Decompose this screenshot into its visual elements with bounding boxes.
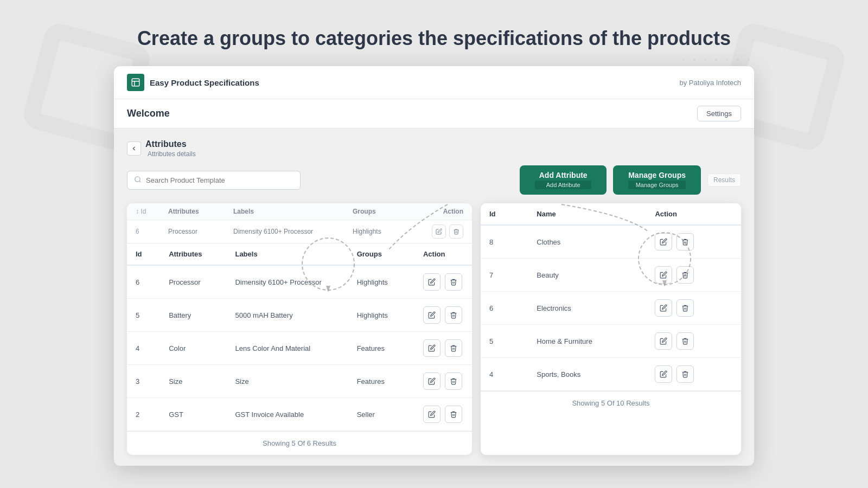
table-row: 8 Clothes [481, 225, 741, 259]
app-window: Easy Product Specifications by Patoliya … [114, 66, 754, 466]
manage-groups-button[interactable]: Manage Groups Manage Groups [613, 165, 701, 195]
cell-groups: Seller [348, 398, 414, 431]
svg-line-46 [139, 181, 141, 182]
col-header-groups: Groups [348, 243, 414, 265]
delete-button[interactable] [676, 233, 694, 251]
table-row: 4 Color Lens Color And Material Features [127, 332, 472, 365]
panels-row: ↕ Id Attributes Labels Groups Action 6 P… [127, 203, 741, 455]
cell-id: 3 [127, 365, 160, 398]
delete-button[interactable] [676, 299, 694, 317]
app-header: Easy Product Specifications by Patoliya … [114, 66, 754, 99]
edit-button[interactable] [655, 365, 672, 383]
delete-button[interactable] [445, 273, 462, 291]
partial-delete-btn[interactable] [449, 224, 463, 239]
cell-attributes: Processor [160, 265, 226, 299]
delete-button[interactable] [676, 266, 694, 284]
breadcrumb-title: Attributes [145, 139, 196, 149]
content-area: Attributes Attributes details Add Attrib… [114, 129, 754, 466]
partial-labels-label: Labels [233, 208, 353, 215]
cell-action [414, 299, 472, 332]
cell-labels: Size [226, 365, 348, 398]
by-text: by Patoliya Infotech [680, 79, 741, 87]
edit-button[interactable] [655, 266, 672, 284]
delete-button[interactable] [676, 365, 694, 383]
col-header-id: Id [127, 243, 160, 265]
table-row: 3 Size Size Features [127, 365, 472, 398]
cell-action [646, 225, 741, 259]
cell-labels: Dimensity 6100+ Processor [226, 265, 348, 299]
delete-button[interactable] [445, 306, 462, 324]
cell-id: 6 [481, 292, 528, 325]
attributes-table-footer: Showing 5 Of 6 Results [127, 431, 472, 455]
cell-action [646, 292, 741, 325]
delete-button[interactable] [445, 339, 462, 357]
partial-action-label: Action [409, 208, 463, 215]
col-header-action: Action [414, 243, 472, 265]
cell-attributes: Color [160, 332, 226, 365]
app-logo [127, 74, 144, 91]
breadcrumb-subtitle: Attributes details [148, 150, 196, 158]
app-header-left: Easy Product Specifications [127, 74, 259, 91]
search-input[interactable] [146, 176, 293, 184]
cell-action [414, 265, 472, 299]
app-name: Easy Product Specifications [150, 78, 259, 87]
edit-button[interactable] [423, 306, 441, 324]
svg-point-5 [737, 59, 739, 61]
cell-action [646, 358, 741, 391]
col-header-labels: Labels [226, 243, 348, 265]
edit-button[interactable] [655, 299, 672, 317]
svg-point-6 [748, 59, 750, 61]
table-row: 7 Beauty [481, 259, 741, 292]
cell-id: 8 [481, 225, 528, 259]
col-header-attributes: Attributes [160, 243, 226, 265]
edit-button[interactable] [655, 233, 672, 251]
groups-table: Id Name Action 8 Clothes [481, 203, 741, 391]
welcome-label: Welcome [127, 108, 170, 119]
svg-point-0 [682, 59, 685, 61]
edit-button[interactable] [423, 373, 441, 390]
svg-point-45 [135, 176, 140, 181]
partial-attr-label: Attributes [168, 208, 233, 215]
svg-rect-42 [132, 79, 139, 86]
edit-button[interactable] [423, 273, 441, 291]
delete-button[interactable] [676, 332, 694, 350]
groups-col-action: Action [646, 203, 741, 225]
back-button[interactable] [127, 142, 141, 156]
cell-labels: GST Invoice Available [226, 398, 348, 431]
delete-button[interactable] [445, 406, 462, 423]
cell-name: Clothes [528, 225, 646, 259]
cell-groups: Highlights [348, 265, 414, 299]
settings-button[interactable]: Settings [697, 106, 741, 121]
cell-id: 5 [481, 325, 528, 358]
cell-id: 5 [127, 299, 160, 332]
partial-data-row: 6 Processor Dimensity 6100+ Processor Hi… [127, 220, 472, 243]
cell-groups: Features [348, 365, 414, 398]
cell-id: 2 [127, 398, 160, 431]
cell-name: Electronics [528, 292, 646, 325]
attributes-table-panel: ↕ Id Attributes Labels Groups Action 6 P… [127, 203, 472, 455]
delete-button[interactable] [445, 373, 462, 390]
cell-labels: Lens Color And Material [226, 332, 348, 365]
groups-col-id: Id [481, 203, 528, 225]
cell-id: 4 [481, 358, 528, 391]
results-badge: Results [707, 174, 741, 187]
search-box[interactable] [127, 171, 301, 190]
edit-button[interactable] [423, 339, 441, 357]
cell-attributes: Battery [160, 299, 226, 332]
table-row: 4 Sports, Books [481, 358, 741, 391]
cell-groups: Features [348, 332, 414, 365]
cell-action [646, 325, 741, 358]
table-row: 5 Home & Furniture [481, 325, 741, 358]
breadcrumb-info: Attributes Attributes details [145, 139, 196, 158]
svg-point-2 [704, 59, 706, 61]
table-row: 6 Processor Dimensity 6100+ Processor Hi… [127, 265, 472, 299]
edit-button[interactable] [423, 406, 441, 423]
search-icon [134, 176, 142, 185]
add-attribute-button[interactable]: Add Attribute Add Attribute [520, 165, 607, 195]
partial-action-icons [409, 224, 463, 239]
groups-col-name: Name [528, 203, 646, 225]
partial-edit-btn[interactable] [432, 224, 446, 239]
cell-groups: Highlights [348, 299, 414, 332]
edit-button[interactable] [655, 332, 672, 350]
welcome-bar: Welcome Settings [114, 99, 754, 129]
